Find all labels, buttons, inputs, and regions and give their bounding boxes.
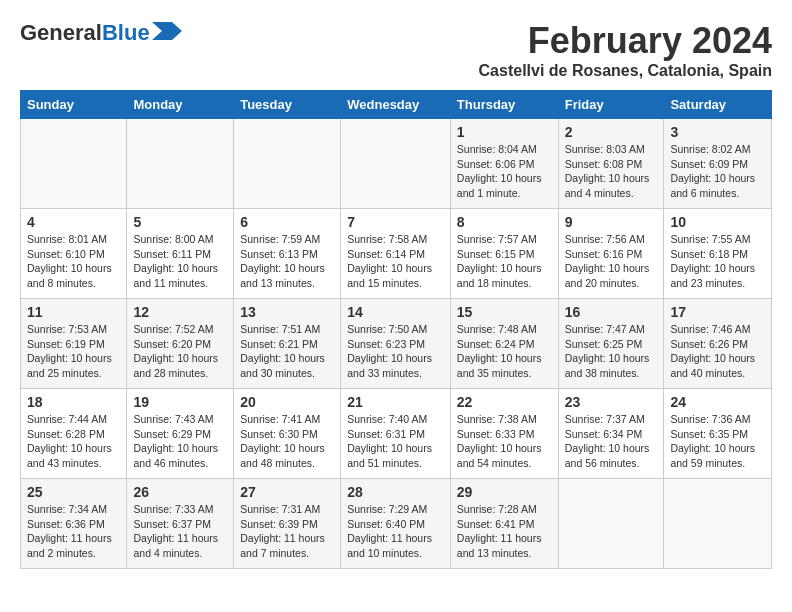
day-info: Sunrise: 8:03 AM Sunset: 6:08 PM Dayligh… <box>565 142 658 201</box>
calendar-cell: 19Sunrise: 7:43 AM Sunset: 6:29 PM Dayli… <box>127 389 234 479</box>
calendar-cell: 12Sunrise: 7:52 AM Sunset: 6:20 PM Dayli… <box>127 299 234 389</box>
calendar-cell: 25Sunrise: 7:34 AM Sunset: 6:36 PM Dayli… <box>21 479 127 569</box>
weekday-header-friday: Friday <box>558 91 664 119</box>
calendar-cell: 3Sunrise: 8:02 AM Sunset: 6:09 PM Daylig… <box>664 119 772 209</box>
day-number: 3 <box>670 124 765 140</box>
day-number: 12 <box>133 304 227 320</box>
day-number: 9 <box>565 214 658 230</box>
day-info: Sunrise: 7:57 AM Sunset: 6:15 PM Dayligh… <box>457 232 552 291</box>
day-info: Sunrise: 7:47 AM Sunset: 6:25 PM Dayligh… <box>565 322 658 381</box>
logo-blue: Blue <box>102 20 150 46</box>
day-number: 28 <box>347 484 444 500</box>
day-info: Sunrise: 7:55 AM Sunset: 6:18 PM Dayligh… <box>670 232 765 291</box>
day-info: Sunrise: 7:56 AM Sunset: 6:16 PM Dayligh… <box>565 232 658 291</box>
calendar-cell: 10Sunrise: 7:55 AM Sunset: 6:18 PM Dayli… <box>664 209 772 299</box>
day-number: 23 <box>565 394 658 410</box>
day-number: 25 <box>27 484 120 500</box>
weekday-header-thursday: Thursday <box>450 91 558 119</box>
weekday-header-wednesday: Wednesday <box>341 91 451 119</box>
weekday-header-monday: Monday <box>127 91 234 119</box>
calendar-cell: 21Sunrise: 7:40 AM Sunset: 6:31 PM Dayli… <box>341 389 451 479</box>
calendar-cell: 7Sunrise: 7:58 AM Sunset: 6:14 PM Daylig… <box>341 209 451 299</box>
calendar-cell: 6Sunrise: 7:59 AM Sunset: 6:13 PM Daylig… <box>234 209 341 299</box>
calendar-week-row: 1Sunrise: 8:04 AM Sunset: 6:06 PM Daylig… <box>21 119 772 209</box>
day-info: Sunrise: 7:50 AM Sunset: 6:23 PM Dayligh… <box>347 322 444 381</box>
day-number: 21 <box>347 394 444 410</box>
day-number: 16 <box>565 304 658 320</box>
logo-general: General <box>20 20 102 46</box>
day-number: 14 <box>347 304 444 320</box>
day-number: 2 <box>565 124 658 140</box>
day-info: Sunrise: 7:31 AM Sunset: 6:39 PM Dayligh… <box>240 502 334 561</box>
weekday-header-tuesday: Tuesday <box>234 91 341 119</box>
day-info: Sunrise: 7:52 AM Sunset: 6:20 PM Dayligh… <box>133 322 227 381</box>
day-number: 24 <box>670 394 765 410</box>
weekday-header-saturday: Saturday <box>664 91 772 119</box>
calendar-cell: 9Sunrise: 7:56 AM Sunset: 6:16 PM Daylig… <box>558 209 664 299</box>
logo: General Blue <box>20 20 182 46</box>
calendar-cell: 8Sunrise: 7:57 AM Sunset: 6:15 PM Daylig… <box>450 209 558 299</box>
day-number: 7 <box>347 214 444 230</box>
calendar-week-row: 4Sunrise: 8:01 AM Sunset: 6:10 PM Daylig… <box>21 209 772 299</box>
location: Castellvi de Rosanes, Catalonia, Spain <box>479 62 772 80</box>
day-number: 19 <box>133 394 227 410</box>
day-info: Sunrise: 7:28 AM Sunset: 6:41 PM Dayligh… <box>457 502 552 561</box>
header: General Blue February 2024 Castellvi de … <box>20 20 772 80</box>
day-number: 26 <box>133 484 227 500</box>
day-number: 18 <box>27 394 120 410</box>
calendar-cell: 5Sunrise: 8:00 AM Sunset: 6:11 PM Daylig… <box>127 209 234 299</box>
calendar-cell: 1Sunrise: 8:04 AM Sunset: 6:06 PM Daylig… <box>450 119 558 209</box>
calendar-cell: 26Sunrise: 7:33 AM Sunset: 6:37 PM Dayli… <box>127 479 234 569</box>
day-number: 29 <box>457 484 552 500</box>
calendar-cell: 27Sunrise: 7:31 AM Sunset: 6:39 PM Dayli… <box>234 479 341 569</box>
day-number: 1 <box>457 124 552 140</box>
day-number: 10 <box>670 214 765 230</box>
calendar-cell: 24Sunrise: 7:36 AM Sunset: 6:35 PM Dayli… <box>664 389 772 479</box>
calendar-cell: 28Sunrise: 7:29 AM Sunset: 6:40 PM Dayli… <box>341 479 451 569</box>
day-info: Sunrise: 7:53 AM Sunset: 6:19 PM Dayligh… <box>27 322 120 381</box>
weekday-header-sunday: Sunday <box>21 91 127 119</box>
day-info: Sunrise: 7:38 AM Sunset: 6:33 PM Dayligh… <box>457 412 552 471</box>
day-info: Sunrise: 7:29 AM Sunset: 6:40 PM Dayligh… <box>347 502 444 561</box>
calendar-cell <box>127 119 234 209</box>
calendar-cell <box>21 119 127 209</box>
day-info: Sunrise: 7:48 AM Sunset: 6:24 PM Dayligh… <box>457 322 552 381</box>
calendar-cell: 16Sunrise: 7:47 AM Sunset: 6:25 PM Dayli… <box>558 299 664 389</box>
calendar-cell: 17Sunrise: 7:46 AM Sunset: 6:26 PM Dayli… <box>664 299 772 389</box>
svg-marker-0 <box>152 22 182 40</box>
day-info: Sunrise: 7:33 AM Sunset: 6:37 PM Dayligh… <box>133 502 227 561</box>
day-info: Sunrise: 7:58 AM Sunset: 6:14 PM Dayligh… <box>347 232 444 291</box>
day-number: 5 <box>133 214 227 230</box>
calendar-week-row: 11Sunrise: 7:53 AM Sunset: 6:19 PM Dayli… <box>21 299 772 389</box>
calendar-week-row: 25Sunrise: 7:34 AM Sunset: 6:36 PM Dayli… <box>21 479 772 569</box>
day-number: 15 <box>457 304 552 320</box>
day-info: Sunrise: 8:00 AM Sunset: 6:11 PM Dayligh… <box>133 232 227 291</box>
day-info: Sunrise: 7:44 AM Sunset: 6:28 PM Dayligh… <box>27 412 120 471</box>
day-info: Sunrise: 8:01 AM Sunset: 6:10 PM Dayligh… <box>27 232 120 291</box>
day-info: Sunrise: 7:51 AM Sunset: 6:21 PM Dayligh… <box>240 322 334 381</box>
calendar-cell: 20Sunrise: 7:41 AM Sunset: 6:30 PM Dayli… <box>234 389 341 479</box>
day-number: 6 <box>240 214 334 230</box>
day-info: Sunrise: 7:40 AM Sunset: 6:31 PM Dayligh… <box>347 412 444 471</box>
day-info: Sunrise: 7:41 AM Sunset: 6:30 PM Dayligh… <box>240 412 334 471</box>
day-info: Sunrise: 8:02 AM Sunset: 6:09 PM Dayligh… <box>670 142 765 201</box>
calendar-cell: 29Sunrise: 7:28 AM Sunset: 6:41 PM Dayli… <box>450 479 558 569</box>
calendar-cell: 22Sunrise: 7:38 AM Sunset: 6:33 PM Dayli… <box>450 389 558 479</box>
calendar-cell: 23Sunrise: 7:37 AM Sunset: 6:34 PM Dayli… <box>558 389 664 479</box>
title-block: February 2024 Castellvi de Rosanes, Cata… <box>479 20 772 80</box>
day-number: 27 <box>240 484 334 500</box>
calendar-week-row: 18Sunrise: 7:44 AM Sunset: 6:28 PM Dayli… <box>21 389 772 479</box>
calendar-cell: 15Sunrise: 7:48 AM Sunset: 6:24 PM Dayli… <box>450 299 558 389</box>
calendar-table: SundayMondayTuesdayWednesdayThursdayFrid… <box>20 90 772 569</box>
day-number: 17 <box>670 304 765 320</box>
day-info: Sunrise: 7:34 AM Sunset: 6:36 PM Dayligh… <box>27 502 120 561</box>
calendar-cell: 11Sunrise: 7:53 AM Sunset: 6:19 PM Dayli… <box>21 299 127 389</box>
day-info: Sunrise: 7:46 AM Sunset: 6:26 PM Dayligh… <box>670 322 765 381</box>
day-number: 22 <box>457 394 552 410</box>
day-info: Sunrise: 7:59 AM Sunset: 6:13 PM Dayligh… <box>240 232 334 291</box>
calendar-cell: 18Sunrise: 7:44 AM Sunset: 6:28 PM Dayli… <box>21 389 127 479</box>
weekday-header-row: SundayMondayTuesdayWednesdayThursdayFrid… <box>21 91 772 119</box>
calendar-cell: 2Sunrise: 8:03 AM Sunset: 6:08 PM Daylig… <box>558 119 664 209</box>
day-number: 20 <box>240 394 334 410</box>
calendar-cell: 13Sunrise: 7:51 AM Sunset: 6:21 PM Dayli… <box>234 299 341 389</box>
